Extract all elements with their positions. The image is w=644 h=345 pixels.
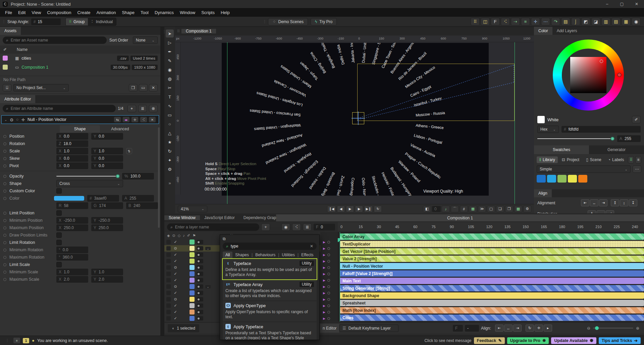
keyframe-radio-icon[interactable] (3, 256, 6, 259)
menu-window[interactable]: Window (177, 8, 198, 17)
slider-knob[interactable] (116, 174, 120, 178)
maximize-button[interactable]: ▢ (614, 0, 629, 8)
attr-field[interactable]: X250.0 (56, 224, 88, 231)
text-tool[interactable]: T (166, 93, 174, 101)
layer-color-swatch[interactable] (190, 316, 195, 321)
draw-tool[interactable]: ✎ (166, 57, 174, 65)
keyframe-radio-icon[interactable] (3, 226, 6, 229)
layer-flag-icon[interactable] (197, 310, 203, 314)
footer-move-button[interactable]: ✛ (535, 325, 543, 332)
attr-field[interactable]: #3aaef0 (87, 195, 119, 202)
layer-flag-icon[interactable] (197, 246, 203, 251)
attr-field[interactable]: G174 (91, 202, 123, 209)
layer-eye-icon[interactable]: ⊙ (173, 297, 178, 301)
popup-tab-utilities[interactable]: Utilities (279, 252, 298, 258)
pin-button[interactable]: ✛ (131, 117, 139, 123)
track-bar[interactable]: TextDuplicator (340, 241, 644, 247)
graph-editor-tab-partial[interactable]: n Editor (320, 324, 339, 333)
ellipse-tool[interactable]: ○ (166, 120, 174, 128)
extrude-icon[interactable]: ◫ (481, 18, 490, 25)
popup-item-apply-typeface[interactable]: tApply TypefaceProcedurally set a Text S… (223, 322, 317, 340)
layer-color-swatch[interactable] (190, 265, 195, 270)
layer-check-icon[interactable]: ✓ (173, 253, 178, 257)
menu-dynamics[interactable]: Dynamics (152, 8, 177, 17)
keyframe-toggle[interactable]: ▶ (320, 264, 338, 271)
attr-field[interactable]: %100.0 (122, 173, 154, 180)
lib-tab-labels[interactable]: ◔Labels (605, 156, 627, 163)
collapse-chevron-icon[interactable]: ⌄ (4, 118, 7, 122)
tab-align[interactable]: Align (534, 189, 552, 197)
star-tool[interactable]: ★ (166, 138, 174, 146)
asset-search-input[interactable]: ⌕ Enter an Asset name (3, 37, 107, 44)
popup-tab-all[interactable]: All (223, 252, 232, 258)
swap-inputs-button[interactable]: ⇆ (114, 117, 121, 123)
layer-options-button[interactable]: ≣ (303, 223, 312, 231)
keyframe-circle-icon[interactable] (327, 311, 330, 314)
solo-radio-icon[interactable]: ○ (16, 117, 19, 122)
attr-field[interactable]: Y0.0 (91, 162, 123, 169)
layer-expand-chevron[interactable]: ⌄ (205, 285, 211, 288)
menu-animation[interactable]: Animation (94, 8, 119, 17)
grid-snap-icon[interactable]: # (460, 206, 468, 212)
attr-checkbox[interactable] (56, 240, 62, 245)
color-wheel[interactable] (534, 35, 644, 114)
attr-field[interactable]: X0.0 (56, 155, 88, 162)
keyframe-radio-icon[interactable] (3, 142, 6, 145)
attr-checkbox[interactable] (56, 188, 62, 194)
status-badge-update-available[interactable]: Update Available✺ (551, 337, 596, 344)
keyframe-toggle[interactable]: ▶ (320, 290, 338, 296)
keyframe-radio-icon[interactable] (3, 219, 6, 222)
keyframe-triangle-icon[interactable]: ▶ (323, 240, 325, 244)
keyframe-toggle[interactable]: ▶ (320, 239, 338, 245)
grid-view-button[interactable]: ⠿ (628, 156, 634, 163)
layer-lock-box[interactable] (166, 272, 171, 276)
hue-marker[interactable] (617, 73, 622, 77)
attr-field[interactable]: R58 (56, 202, 88, 209)
lib-tab-project[interactable]: ⊟Project (559, 156, 582, 163)
popup-item-typeface-array[interactable]: t≡Typeface ArrayUtilityCreate a list of … (223, 280, 317, 300)
selected-layer-header[interactable]: ⌄ ⊙ ○ ✛ Null - Position Vector ⇆ ◂▸ ✛ ⠪ … (1, 115, 159, 124)
layer-lock-box[interactable] (166, 316, 171, 321)
layer-check-icon[interactable]: ✓ (173, 310, 178, 314)
attr-field[interactable]: Y0.0 (91, 155, 123, 162)
layer-color-swatch[interactable] (190, 259, 195, 264)
keyframe-layer-select[interactable]: ☰ Default Keyframe Layer (339, 325, 398, 332)
demo-scenes-button[interactable]: ⁘ Demo Scenes (268, 18, 308, 25)
swatch-chip[interactable] (568, 175, 577, 183)
layer-color-swatch[interactable] (190, 284, 195, 289)
rig-icon[interactable]: ▦ (469, 206, 477, 212)
keyframe-triangle-icon[interactable]: ▶ (323, 272, 325, 276)
knife-tool[interactable]: ✂ (166, 84, 174, 92)
layer-flag-icon[interactable] (197, 297, 203, 301)
viewport-canvas[interactable]: 4503001500-150-300-450 Istanbul - Turkey… (175, 42, 534, 204)
list-view-button[interactable]: ≡ (635, 156, 641, 163)
layer-eye-icon[interactable]: ⊙ (173, 265, 178, 270)
keyframe-radio-icon[interactable] (3, 271, 6, 274)
layer-color-swatch[interactable] (190, 252, 195, 257)
playhead[interactable] (340, 232, 340, 322)
scatter-icon[interactable]: ⠪ (501, 18, 510, 25)
guide-line-right[interactable] (515, 42, 515, 204)
keyframe-toggle[interactable]: ▶ (320, 245, 338, 252)
layer-flag-icon[interactable] (197, 303, 203, 308)
opacity-slider[interactable] (56, 176, 118, 177)
menu-composition[interactable]: Composition (44, 8, 74, 17)
keyframe-circle-icon[interactable] (327, 260, 330, 263)
transparency-icon[interactable]: ▩ (514, 206, 522, 212)
keyframe-radio-icon[interactable] (3, 164, 6, 167)
layer-lock-box[interactable] (166, 278, 171, 282)
frame-icon[interactable]: ▭ (139, 84, 148, 91)
keyframe-radio-icon[interactable] (3, 212, 6, 215)
layer-flag-icon[interactable] (197, 291, 203, 295)
attribute-search-input[interactable]: ⌕ Enter an Attribute name (3, 105, 116, 112)
status-badge-tips-and-tricks[interactable]: Tips and Tricks➔ (599, 337, 641, 344)
previous-frame-button[interactable]: ◀ (337, 206, 345, 212)
layer-flag-icon[interactable] (197, 240, 203, 244)
layer-flag-icon[interactable] (197, 265, 203, 270)
forge-icon[interactable]: F (491, 18, 500, 25)
rectangle-tool[interactable]: ▭ (166, 111, 174, 119)
popup-tab-shapes[interactable]: Shapes (232, 252, 252, 258)
camera-tool[interactable]: ◉ (166, 66, 174, 74)
footer-dash-field[interactable]: - (465, 325, 479, 332)
tab-add-layers[interactable]: Add Layers (552, 27, 582, 35)
